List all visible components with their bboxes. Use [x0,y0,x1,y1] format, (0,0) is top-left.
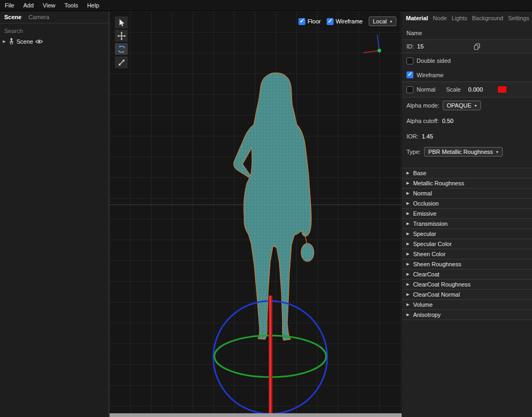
tab-node[interactable]: Node [433,15,447,21]
chevron-down-icon: ▾ [475,103,477,108]
section-label: Emissive [413,210,436,217]
material-sections: ▶ Base ▶ Metallic Roughness ▶ Normal ▶ O… [402,168,532,320]
section-label: Volume [413,301,433,308]
menu-tools[interactable]: Tools [64,2,78,9]
section-label: Base [413,170,426,176]
horizontal-scrollbar[interactable] [110,413,402,417]
chevron-right-icon: ▶ [406,252,409,256]
chevron-down-icon: ▾ [496,150,498,154]
material-type-value: PBR Metallic Roughness [428,149,493,155]
menu-add[interactable]: Add [23,2,34,9]
section-clearcoat-roughness[interactable]: ▶ ClearCoat Roughness [402,279,532,289]
chevron-right-icon[interactable]: ▶ [2,39,6,44]
scale-icon [117,58,126,67]
material-type-select[interactable]: PBR Metallic Roughness ▾ [424,147,503,157]
rotation-gizmo [213,296,327,416]
section-label: Metallic Roughness [413,180,464,186]
copy-icon [473,43,480,50]
chevron-right-icon: ▶ [406,211,409,216]
alpha-cutoff-row: Alpha cutoff: 0.50 [402,113,532,128]
scene-tree-panel: Scene Camera ▶ Scene [0,11,109,417]
viewport-overlay-controls: Floor Wireframe Local ▾ [298,17,396,26]
transform-space-select[interactable]: Local ▾ [369,17,396,26]
material-type-row: Type: PBR Metallic Roughness ▾ [402,144,532,160]
tree-item-scene[interactable]: ▶ Scene [0,36,109,46]
wireframe-checkbox[interactable] [327,18,334,25]
wireframe-toggle[interactable]: Wireframe [327,18,363,25]
material-wireframe-row: Wireframe [402,68,532,81]
chevron-right-icon: ▶ [406,262,409,266]
section-base[interactable]: ▶ Base [402,168,532,178]
scale-value[interactable]: 0.000 [468,86,483,93]
wireframe-label: Wireframe [336,18,363,24]
section-label: Transmission [413,220,447,227]
section-specular[interactable]: ▶ Specular [402,228,532,239]
scale-tool-button[interactable] [114,56,128,69]
tree-item-label: Scene [16,38,33,45]
section-sheen-roughness[interactable]: ▶ Sheen Roughness [402,259,532,269]
normal-label: Normal [417,86,435,93]
section-label: Sheen Color [413,251,445,257]
transform-space-value: Local [373,18,387,24]
tab-lights[interactable]: Lights [452,15,467,21]
search-input[interactable] [4,28,100,34]
chevron-right-icon: ▶ [406,171,409,175]
floor-toggle[interactable]: Floor [298,18,321,25]
cursor-icon [117,18,126,27]
menu-help[interactable]: Help [87,2,99,9]
chevron-right-icon: ▶ [406,232,409,236]
select-tool-button[interactable] [114,16,128,29]
menu-file[interactable]: File [5,2,14,9]
tab-background[interactable]: Background [472,15,503,21]
axis-orientation-gizmo[interactable] [361,33,389,62]
section-transmission[interactable]: ▶ Transmission [402,218,532,228]
section-specular-color[interactable]: ▶ Specular Color [402,239,532,249]
chevron-right-icon: ▶ [406,302,409,307]
chevron-right-icon: ▶ [406,181,409,185]
normal-row: Normal Scale 0.000 [402,81,532,97]
section-clearcoat[interactable]: ▶ ClearCoat [402,269,532,279]
section-label: Normal [413,190,431,197]
chevron-right-icon: ▶ [406,242,409,246]
double-sided-label: Double sided [417,58,451,64]
section-normal[interactable]: ▶ Normal [402,188,532,198]
id-label: ID: [406,43,414,50]
move-tool-button[interactable] [114,29,128,42]
section-emissive[interactable]: ▶ Emissive [402,208,532,218]
tab-material[interactable]: Material [406,15,428,21]
type-label: Type: [406,149,421,155]
normal-checkbox[interactable] [406,86,413,93]
chevron-right-icon: ▶ [406,272,409,276]
normal-color-swatch[interactable] [498,86,506,93]
ior-value[interactable]: 1.45 [422,133,433,140]
tab-scene[interactable]: Scene [4,14,21,20]
ior-row: IOR: 1.45 [402,128,532,144]
section-metallic-roughness[interactable]: ▶ Metallic Roughness [402,178,532,188]
person-icon [9,38,14,45]
material-wireframe-checkbox[interactable] [406,71,413,78]
section-occlusion[interactable]: ▶ Occlusion [402,198,532,208]
chevron-right-icon: ▶ [406,282,409,287]
section-label: ClearCoat Roughness [413,281,470,288]
chevron-right-icon: ▶ [406,313,409,317]
copy-id-button[interactable] [473,43,480,50]
menu-view[interactable]: View [43,2,55,9]
tab-camera[interactable]: Camera [28,14,49,20]
alpha-mode-label: Alpha mode: [406,102,439,109]
alpha-mode-select[interactable]: OPAQUE ▾ [443,101,481,110]
material-id-row: ID: 15 [402,39,532,53]
alpha-cutoff-value[interactable]: 0.50 [442,118,453,124]
name-label: Name [406,30,422,36]
section-clearcoat-normal[interactable]: ▶ ClearCoat Normal [402,289,532,299]
section-sheen-color[interactable]: ▶ Sheen Color [402,249,532,259]
tab-settings[interactable]: Settings [508,15,529,21]
double-sided-checkbox[interactable] [406,58,413,64]
eye-icon[interactable] [35,39,43,44]
left-panel-tabs: Scene Camera [0,11,109,23]
section-anisotropy[interactable]: ▶ Anisotropy [402,309,532,320]
alpha-cutoff-label: Alpha cutoff: [406,118,439,124]
floor-checkbox[interactable] [298,18,305,25]
rotate-tool-button[interactable] [114,43,128,55]
3d-viewport[interactable]: Floor Wireframe Local ▾ [110,11,402,417]
section-volume[interactable]: ▶ Volume [402,299,532,309]
